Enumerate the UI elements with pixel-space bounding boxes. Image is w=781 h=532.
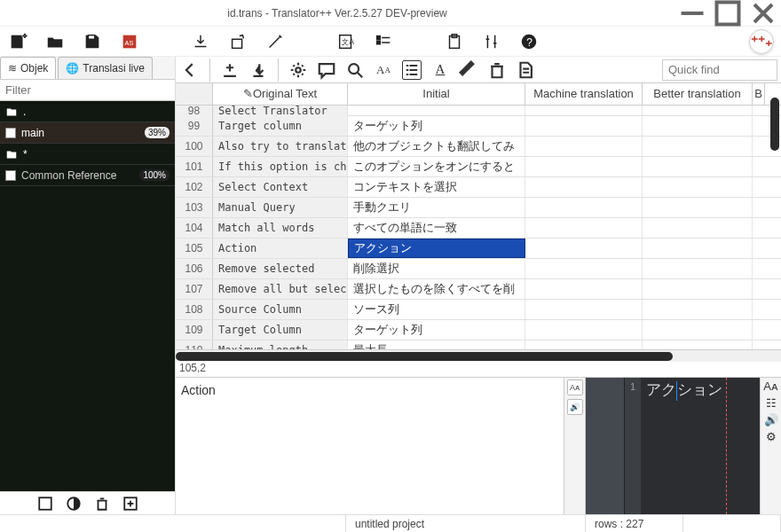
svg-rect-6: [233, 39, 242, 48]
vertical-scrollbar[interactable]: [770, 98, 779, 151]
export-icon[interactable]: [227, 31, 248, 52]
tree-item[interactable]: main39%: [0, 122, 175, 144]
svg-rect-3: [88, 35, 94, 39]
table-row[interactable]: 99Target columnターゲット列: [176, 116, 781, 137]
close-button[interactable]: [746, 0, 781, 27]
maximize-button[interactable]: [710, 0, 746, 27]
folder-icon: [5, 148, 18, 160]
brush-icon[interactable]: [459, 60, 478, 80]
save-icon[interactable]: [82, 31, 103, 52]
checkbox-icon[interactable]: [5, 170, 16, 181]
status-bar: untitled project rows : 227: [0, 514, 781, 532]
trash-icon[interactable]: [487, 60, 507, 80]
svg-rect-10: [377, 41, 381, 44]
grid-header: ✎ Original Text Initial Machine translat…: [176, 83, 781, 106]
settings-icon[interactable]: [288, 60, 308, 80]
help-icon[interactable]: ?: [518, 31, 540, 52]
checkbox-icon[interactable]: [5, 128, 16, 138]
chevron-left-icon[interactable]: [180, 60, 200, 80]
new-project-icon[interactable]: ✦: [7, 31, 28, 52]
filter-input[interactable]: [0, 80, 175, 100]
editor-panel[interactable]: Aᴀ 🔊 1 アクション Aᴀ ☷ 🔊 ⚙: [564, 378, 781, 514]
tools-icon[interactable]: [481, 31, 502, 52]
table-row[interactable]: 98Select Translator: [176, 106, 781, 116]
table-row[interactable]: 108Source Columnソース列: [176, 300, 781, 320]
gear-icon[interactable]: ⚙: [766, 430, 777, 443]
table-row[interactable]: 107Remove all but selec選択したものを除くすべてを削: [176, 279, 781, 300]
font-small-icon[interactable]: Aᴀ: [567, 379, 583, 395]
grid-body[interactable]: 98Select Translator99Target columnターゲット列…: [176, 106, 781, 349]
cell-coordinate: 105,2: [176, 362, 781, 377]
document-icon[interactable]: [516, 60, 535, 80]
svg-text:✦: ✦: [22, 32, 28, 40]
secondary-toolbar: AA A: [176, 57, 781, 83]
table-row[interactable]: 109Target Columnターゲット列: [176, 320, 781, 340]
pencil-icon: ✎: [243, 87, 253, 100]
svg-rect-9: [377, 35, 381, 39]
tab-objek[interactable]: ≋Objek: [0, 57, 56, 79]
svg-text:?: ?: [526, 35, 532, 48]
svg-rect-0: [717, 2, 739, 24]
sound-icon[interactable]: 🔊: [764, 413, 778, 426]
font-small-icon[interactable]: Aᴀ: [763, 379, 778, 393]
source-text-panel: Action: [176, 378, 564, 514]
import-icon[interactable]: [190, 31, 211, 52]
table-row[interactable]: 102Select Contextコンテキストを選択: [176, 177, 781, 198]
save-as-icon[interactable]: AS: [119, 31, 140, 52]
contrast-icon[interactable]: [66, 496, 82, 512]
open-folder-icon[interactable]: [44, 31, 66, 52]
minimize-button[interactable]: [674, 0, 710, 27]
table-row[interactable]: 100Also try to translat他のオブジェクトも翻訳してみ: [176, 137, 781, 157]
import-cell-icon[interactable]: [248, 60, 268, 80]
trash-icon[interactable]: [94, 496, 110, 512]
wand-icon[interactable]: [264, 31, 286, 52]
tree-item[interactable]: .: [0, 101, 175, 122]
horizontal-scrollbar[interactable]: [176, 349, 781, 361]
add-row-icon[interactable]: [220, 60, 240, 80]
svg-text:文A: 文A: [342, 37, 354, 45]
svg-point-18: [296, 67, 301, 73]
table-row[interactable]: 110Maximum length最大長: [176, 340, 781, 349]
progress-badge: 39%: [145, 127, 170, 138]
window-title: id.trans - Translator++ Ver.2.5.27 DEV-p…: [0, 7, 674, 20]
table-row[interactable]: 106Remove selected削除選択: [176, 259, 781, 279]
quick-find-input[interactable]: [662, 59, 777, 81]
globe-icon: 🌐: [66, 62, 79, 74]
select-rect-icon[interactable]: [37, 496, 53, 512]
list-view-icon[interactable]: [402, 60, 422, 80]
svg-rect-15: [39, 497, 51, 510]
svg-text:AS: AS: [125, 38, 134, 46]
main-toolbar: ✦ AS 文A ? ⁺⁺₊: [0, 27, 781, 57]
search-icon[interactable]: [345, 60, 365, 80]
tree-item[interactable]: *: [0, 144, 175, 165]
list-small-icon[interactable]: ☷: [766, 396, 777, 410]
line-number: 1: [625, 378, 641, 514]
clipboard-icon[interactable]: [444, 31, 465, 52]
folder-icon: [5, 106, 18, 118]
svg-rect-1: [12, 35, 23, 48]
progress-badge: 100%: [139, 169, 170, 181]
layers-icon: ≋: [8, 62, 17, 74]
table-row[interactable]: 101If this option is chこのオプションをオンにすると: [176, 157, 781, 177]
tree-item[interactable]: Common Reference100%: [0, 165, 175, 186]
add-box-icon[interactable]: [122, 496, 138, 512]
font-size-icon[interactable]: AA: [374, 60, 393, 80]
row-count: rows : 227: [586, 515, 683, 532]
table-row[interactable]: 103Manual Query手動クエリ: [176, 198, 781, 218]
properties-icon[interactable]: [373, 31, 394, 52]
project-name: untitled project: [346, 515, 586, 532]
font-style-icon[interactable]: A: [430, 60, 450, 80]
editor-textarea[interactable]: アクション: [641, 378, 760, 514]
table-row[interactable]: 104Match all wordsすべての単語に一致: [176, 218, 781, 239]
table-row[interactable]: 105Actionアクション: [176, 239, 781, 259]
add-plus-button[interactable]: ⁺⁺₊: [749, 29, 774, 54]
svg-point-19: [349, 64, 359, 74]
comment-icon[interactable]: [317, 60, 336, 80]
tab-translasi-live[interactable]: 🌐Translasi live: [58, 57, 153, 79]
translate-doc-icon[interactable]: 文A: [335, 31, 357, 52]
object-tree[interactable]: . main39% * Common Reference100%: [0, 101, 175, 491]
sound-icon[interactable]: 🔊: [567, 399, 583, 415]
